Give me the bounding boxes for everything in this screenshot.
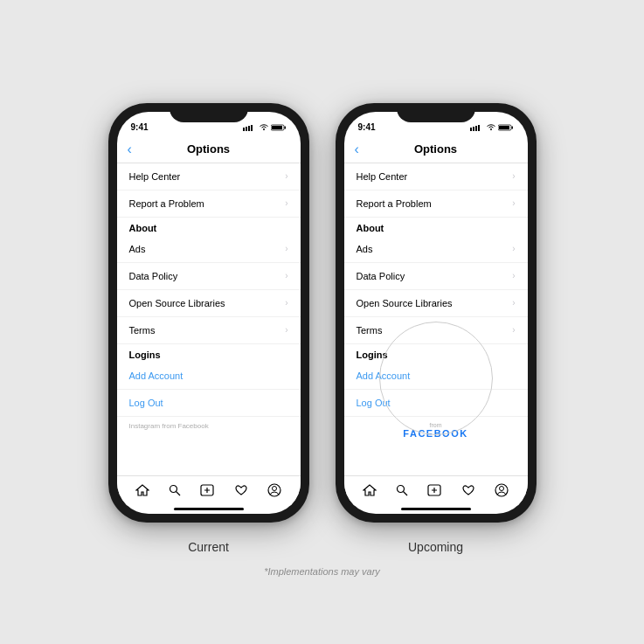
chevron-icon: › [285,244,287,253]
menu-item-logout-current[interactable]: Log Out [117,390,301,417]
wifi-icon [260,124,268,131]
chevron-icon: › [285,298,287,308]
menu-item-help-center-current[interactable]: Help Center › [117,163,301,190]
avatar-icon-upcoming[interactable] [495,483,509,501]
add-icon-current[interactable] [200,484,214,500]
bottom-nav-current [117,475,301,506]
svg-rect-21 [499,126,509,129]
menu-item-label: Report a Problem [357,198,432,209]
status-time-current: 9:41 [131,122,149,132]
menu-item-label: Data Policy [357,271,405,281]
section-header-logins-upcoming: Logins [344,344,528,363]
menu-item-label: Open Source Libraries [129,298,225,308]
main-container: 9:41 [91,68,554,563]
svg-rect-2 [248,126,250,131]
menu-item-ads-current[interactable]: Ads › [117,236,301,263]
menu-item-label: Ads [357,244,373,254]
chevron-icon: › [285,171,287,181]
svg-rect-18 [478,125,480,131]
svg-point-23 [398,485,405,492]
menu-item-label: Add Account [129,370,184,381]
section-header-logins-current: Logins [117,344,301,363]
notch-upcoming [397,103,475,122]
nav-bar-current: ‹ Options [117,138,301,163]
menu-item-label: Data Policy [129,271,178,281]
nav-title-upcoming: Options [414,142,457,156]
battery-icon [271,124,287,131]
add-icon-upcoming[interactable] [427,484,441,500]
search-icon-upcoming[interactable] [396,484,408,500]
section-header-about-current: About [117,218,301,236]
menu-item-ads-upcoming[interactable]: Ads › [344,236,528,263]
phone-wrapper-upcoming: 9:41 [336,103,537,554]
menu-item-terms-upcoming[interactable]: Terms › [344,317,528,344]
chevron-icon: › [512,198,515,208]
status-time-upcoming: 9:41 [358,122,376,132]
menu-item-label: Log Out [129,398,163,408]
menu-item-report-current[interactable]: Report a Problem › [117,190,301,218]
nav-title-current: Options [187,142,230,156]
chevron-icon: › [512,298,515,308]
menu-item-label: Terms [357,325,383,336]
home-icon-upcoming[interactable] [363,484,377,500]
section-header-about-upcoming: About [344,218,528,236]
from-label: from [357,422,516,428]
svg-rect-3 [251,125,253,131]
heart-icon-upcoming[interactable] [461,484,475,500]
svg-rect-16 [473,127,474,131]
menu-item-label: Help Center [129,171,181,182]
svg-point-19 [490,128,492,130]
menu-item-label: Report a Problem [129,198,204,209]
menu-item-terms-current[interactable]: Terms › [117,317,301,344]
home-indicator-upcoming [401,508,471,510]
phone-inner-upcoming: 9:41 [344,112,528,514]
menu-item-open-source-upcoming[interactable]: Open Source Libraries › [344,290,528,317]
chevron-icon: › [512,171,515,181]
footer-text-current: Instagram from Facebook [117,417,301,435]
bottom-nav-upcoming [344,475,528,506]
phone-wrapper-current: 9:41 [108,103,309,554]
menu-item-open-source-current[interactable]: Open Source Libraries › [117,290,301,317]
menu-item-add-account-current[interactable]: Add Account [117,363,301,390]
facebook-brand-upcoming: from FACEBOOK [344,417,528,446]
phone-inner-current: 9:41 [117,112,301,514]
battery-icon-upcoming [498,124,514,131]
menu-item-data-policy-upcoming[interactable]: Data Policy › [344,263,528,290]
chevron-icon: › [512,271,515,280]
menu-item-help-center-upcoming[interactable]: Help Center › [344,163,528,190]
menu-item-data-policy-current[interactable]: Data Policy › [117,263,301,290]
svg-point-14 [273,486,277,490]
chevron-icon: › [285,198,287,208]
wifi-icon-upcoming [487,124,495,131]
svg-point-4 [263,128,265,130]
menu-list-current: Help Center › Report a Problem › About A… [117,163,301,475]
menu-item-report-upcoming[interactable]: Report a Problem › [344,190,528,218]
phone-upcoming: 9:41 [336,103,537,523]
status-icons-upcoming [470,124,514,131]
back-button-upcoming[interactable]: ‹ [355,142,359,157]
menu-item-label: Terms [129,325,156,336]
back-button-current[interactable]: ‹ [128,142,132,157]
menu-item-label: Add Account [357,370,411,381]
menu-item-add-account-upcoming[interactable]: Add Account [344,363,528,390]
svg-rect-17 [475,126,477,131]
menu-item-logout-upcoming[interactable]: Log Out [344,390,528,417]
home-icon-current[interactable] [135,484,149,500]
chevron-icon: › [512,244,515,253]
chevron-icon: › [285,271,287,280]
heart-icon-current[interactable] [234,484,248,500]
menu-item-label: Ads [129,244,146,254]
svg-point-29 [500,486,504,490]
svg-line-24 [404,491,408,495]
facebook-label: FACEBOOK [357,428,516,439]
chevron-icon: › [512,325,515,335]
svg-rect-0 [243,128,245,131]
search-icon-current[interactable] [169,484,181,500]
chevron-icon: › [285,325,287,335]
nav-bar-upcoming: ‹ Options [344,138,528,163]
menu-list-upcoming: Help Center › Report a Problem › About A… [344,163,528,475]
phone-label-current: Current [188,540,229,554]
svg-line-9 [177,491,181,495]
svg-rect-15 [470,128,472,131]
avatar-icon-current[interactable] [267,483,281,501]
